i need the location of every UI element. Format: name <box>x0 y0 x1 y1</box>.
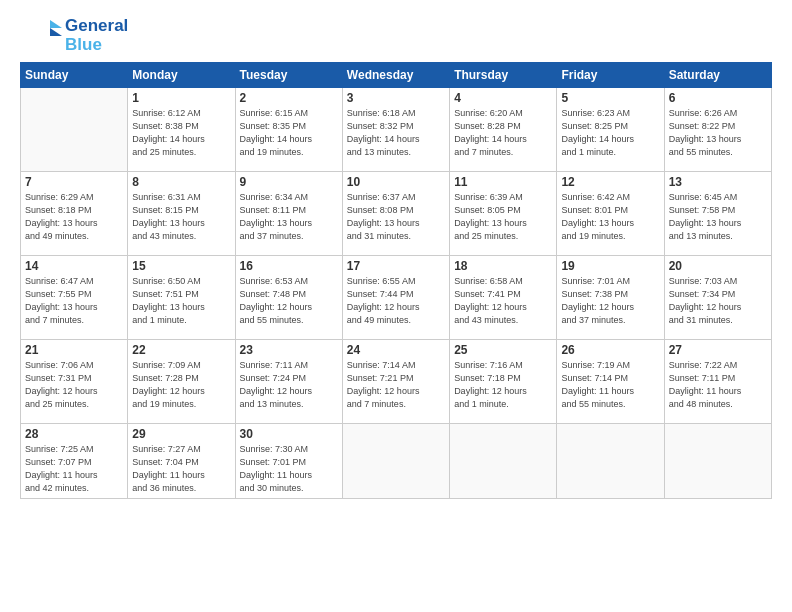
day-number: 28 <box>25 427 123 441</box>
day-number: 25 <box>454 343 552 357</box>
calendar-cell: 1Sunrise: 6:12 AMSunset: 8:38 PMDaylight… <box>128 88 235 172</box>
calendar-cell <box>342 424 449 499</box>
calendar-cell: 10Sunrise: 6:37 AMSunset: 8:08 PMDayligh… <box>342 172 449 256</box>
day-number: 13 <box>669 175 767 189</box>
day-number: 12 <box>561 175 659 189</box>
calendar-cell: 27Sunrise: 7:22 AMSunset: 7:11 PMDayligh… <box>664 340 771 424</box>
calendar-week-row: 14Sunrise: 6:47 AMSunset: 7:55 PMDayligh… <box>21 256 772 340</box>
day-number: 4 <box>454 91 552 105</box>
day-info: Sunrise: 6:29 AMSunset: 8:18 PMDaylight:… <box>25 191 123 243</box>
day-info: Sunrise: 6:58 AMSunset: 7:41 PMDaylight:… <box>454 275 552 327</box>
day-info: Sunrise: 7:25 AMSunset: 7:07 PMDaylight:… <box>25 443 123 495</box>
calendar-cell: 24Sunrise: 7:14 AMSunset: 7:21 PMDayligh… <box>342 340 449 424</box>
calendar-cell: 20Sunrise: 7:03 AMSunset: 7:34 PMDayligh… <box>664 256 771 340</box>
day-info: Sunrise: 6:23 AMSunset: 8:25 PMDaylight:… <box>561 107 659 159</box>
day-number: 3 <box>347 91 445 105</box>
weekday-header: Thursday <box>450 63 557 88</box>
svg-marker-1 <box>50 28 62 36</box>
calendar-cell: 28Sunrise: 7:25 AMSunset: 7:07 PMDayligh… <box>21 424 128 499</box>
day-info: Sunrise: 6:39 AMSunset: 8:05 PMDaylight:… <box>454 191 552 243</box>
calendar-table: SundayMondayTuesdayWednesdayThursdayFrid… <box>20 62 772 499</box>
day-number: 8 <box>132 175 230 189</box>
calendar-cell: 6Sunrise: 6:26 AMSunset: 8:22 PMDaylight… <box>664 88 771 172</box>
calendar-cell <box>557 424 664 499</box>
day-number: 19 <box>561 259 659 273</box>
day-info: Sunrise: 6:45 AMSunset: 7:58 PMDaylight:… <box>669 191 767 243</box>
calendar-cell: 26Sunrise: 7:19 AMSunset: 7:14 PMDayligh… <box>557 340 664 424</box>
day-number: 20 <box>669 259 767 273</box>
day-info: Sunrise: 7:06 AMSunset: 7:31 PMDaylight:… <box>25 359 123 411</box>
day-info: Sunrise: 6:12 AMSunset: 8:38 PMDaylight:… <box>132 107 230 159</box>
calendar-cell: 14Sunrise: 6:47 AMSunset: 7:55 PMDayligh… <box>21 256 128 340</box>
calendar-cell: 17Sunrise: 6:55 AMSunset: 7:44 PMDayligh… <box>342 256 449 340</box>
calendar-cell: 5Sunrise: 6:23 AMSunset: 8:25 PMDaylight… <box>557 88 664 172</box>
day-number: 1 <box>132 91 230 105</box>
calendar-cell: 9Sunrise: 6:34 AMSunset: 8:11 PMDaylight… <box>235 172 342 256</box>
page: GeneralBlue SundayMondayTuesdayWednesday… <box>0 0 792 612</box>
calendar-week-row: 21Sunrise: 7:06 AMSunset: 7:31 PMDayligh… <box>21 340 772 424</box>
calendar-cell: 8Sunrise: 6:31 AMSunset: 8:15 PMDaylight… <box>128 172 235 256</box>
weekday-header: Sunday <box>21 63 128 88</box>
day-info: Sunrise: 7:27 AMSunset: 7:04 PMDaylight:… <box>132 443 230 495</box>
logo: GeneralBlue <box>20 16 128 56</box>
day-number: 7 <box>25 175 123 189</box>
calendar-cell: 3Sunrise: 6:18 AMSunset: 8:32 PMDaylight… <box>342 88 449 172</box>
day-number: 26 <box>561 343 659 357</box>
day-info: Sunrise: 7:01 AMSunset: 7:38 PMDaylight:… <box>561 275 659 327</box>
calendar-cell: 4Sunrise: 6:20 AMSunset: 8:28 PMDaylight… <box>450 88 557 172</box>
calendar-cell: 30Sunrise: 7:30 AMSunset: 7:01 PMDayligh… <box>235 424 342 499</box>
day-info: Sunrise: 7:03 AMSunset: 7:34 PMDaylight:… <box>669 275 767 327</box>
day-info: Sunrise: 7:22 AMSunset: 7:11 PMDaylight:… <box>669 359 767 411</box>
calendar-cell: 11Sunrise: 6:39 AMSunset: 8:05 PMDayligh… <box>450 172 557 256</box>
calendar-cell: 7Sunrise: 6:29 AMSunset: 8:18 PMDaylight… <box>21 172 128 256</box>
day-info: Sunrise: 7:30 AMSunset: 7:01 PMDaylight:… <box>240 443 338 495</box>
calendar-cell: 18Sunrise: 6:58 AMSunset: 7:41 PMDayligh… <box>450 256 557 340</box>
calendar-cell: 15Sunrise: 6:50 AMSunset: 7:51 PMDayligh… <box>128 256 235 340</box>
day-number: 2 <box>240 91 338 105</box>
day-number: 21 <box>25 343 123 357</box>
calendar-cell: 2Sunrise: 6:15 AMSunset: 8:35 PMDaylight… <box>235 88 342 172</box>
day-number: 18 <box>454 259 552 273</box>
calendar-cell <box>21 88 128 172</box>
day-number: 11 <box>454 175 552 189</box>
calendar-cell: 25Sunrise: 7:16 AMSunset: 7:18 PMDayligh… <box>450 340 557 424</box>
day-number: 22 <box>132 343 230 357</box>
day-number: 29 <box>132 427 230 441</box>
day-info: Sunrise: 6:31 AMSunset: 8:15 PMDaylight:… <box>132 191 230 243</box>
calendar-cell: 29Sunrise: 7:27 AMSunset: 7:04 PMDayligh… <box>128 424 235 499</box>
weekday-header: Wednesday <box>342 63 449 88</box>
calendar-header-row: SundayMondayTuesdayWednesdayThursdayFrid… <box>21 63 772 88</box>
calendar-cell: 16Sunrise: 6:53 AMSunset: 7:48 PMDayligh… <box>235 256 342 340</box>
header: GeneralBlue <box>20 16 772 56</box>
day-info: Sunrise: 6:42 AMSunset: 8:01 PMDaylight:… <box>561 191 659 243</box>
logo-blue: Blue <box>65 36 128 55</box>
day-number: 30 <box>240 427 338 441</box>
day-info: Sunrise: 6:34 AMSunset: 8:11 PMDaylight:… <box>240 191 338 243</box>
day-info: Sunrise: 7:19 AMSunset: 7:14 PMDaylight:… <box>561 359 659 411</box>
svg-marker-0 <box>50 20 62 28</box>
day-number: 23 <box>240 343 338 357</box>
day-number: 14 <box>25 259 123 273</box>
calendar-cell <box>664 424 771 499</box>
calendar-week-row: 7Sunrise: 6:29 AMSunset: 8:18 PMDaylight… <box>21 172 772 256</box>
day-info: Sunrise: 7:09 AMSunset: 7:28 PMDaylight:… <box>132 359 230 411</box>
weekday-header: Tuesday <box>235 63 342 88</box>
day-info: Sunrise: 6:47 AMSunset: 7:55 PMDaylight:… <box>25 275 123 327</box>
day-number: 15 <box>132 259 230 273</box>
day-info: Sunrise: 6:26 AMSunset: 8:22 PMDaylight:… <box>669 107 767 159</box>
calendar-week-row: 1Sunrise: 6:12 AMSunset: 8:38 PMDaylight… <box>21 88 772 172</box>
day-number: 9 <box>240 175 338 189</box>
day-info: Sunrise: 6:37 AMSunset: 8:08 PMDaylight:… <box>347 191 445 243</box>
logo-general: General <box>65 17 128 36</box>
day-info: Sunrise: 6:53 AMSunset: 7:48 PMDaylight:… <box>240 275 338 327</box>
day-info: Sunrise: 7:14 AMSunset: 7:21 PMDaylight:… <box>347 359 445 411</box>
weekday-header: Monday <box>128 63 235 88</box>
day-number: 10 <box>347 175 445 189</box>
calendar-week-row: 28Sunrise: 7:25 AMSunset: 7:07 PMDayligh… <box>21 424 772 499</box>
calendar-cell: 12Sunrise: 6:42 AMSunset: 8:01 PMDayligh… <box>557 172 664 256</box>
calendar-cell: 13Sunrise: 6:45 AMSunset: 7:58 PMDayligh… <box>664 172 771 256</box>
calendar-cell: 22Sunrise: 7:09 AMSunset: 7:28 PMDayligh… <box>128 340 235 424</box>
day-number: 16 <box>240 259 338 273</box>
day-info: Sunrise: 7:16 AMSunset: 7:18 PMDaylight:… <box>454 359 552 411</box>
day-info: Sunrise: 6:18 AMSunset: 8:32 PMDaylight:… <box>347 107 445 159</box>
